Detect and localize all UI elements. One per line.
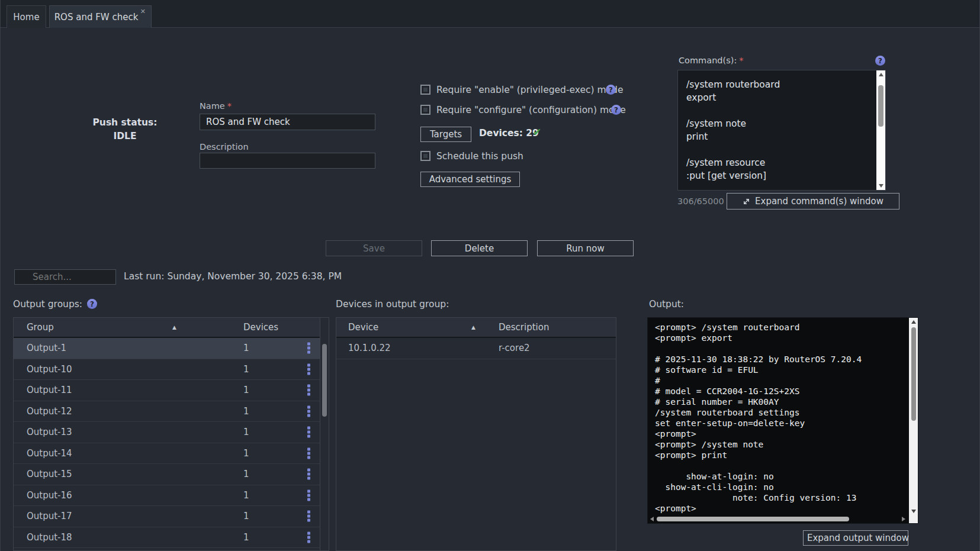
- table-row[interactable]: Output-14 1: [14, 443, 321, 465]
- device-count: 1: [243, 406, 249, 417]
- tab-label: ROS and FW check: [54, 12, 139, 22]
- device-description: r-core2: [499, 343, 530, 353]
- description-label: Description: [200, 142, 249, 152]
- commands-char-counter: 306/65000: [677, 196, 724, 206]
- device-count: 1: [243, 490, 249, 501]
- description-field[interactable]: [200, 153, 375, 169]
- group-name: Output-16: [27, 490, 72, 501]
- require-enable-label: Require "enable" (privileged-exec) mode: [436, 85, 623, 95]
- kebab-menu-icon[interactable]: [307, 405, 310, 417]
- output-label: Output:: [649, 299, 684, 310]
- device-count: 1: [243, 469, 249, 479]
- column-header-device[interactable]: Device: [348, 322, 378, 333]
- column-header-devices[interactable]: Devices: [243, 322, 278, 333]
- name-field[interactable]: [200, 114, 375, 130]
- scroll-left-icon[interactable]: [650, 517, 654, 521]
- device-count: 1: [243, 385, 249, 395]
- table-row[interactable]: Output-10 1: [14, 359, 321, 381]
- scrollbar-thumb[interactable]: [911, 327, 916, 421]
- advanced-settings-button[interactable]: Advanced settings: [420, 172, 520, 187]
- delete-button[interactable]: Delete: [431, 240, 528, 256]
- help-icon[interactable]: ?: [606, 85, 616, 95]
- devices-in-group-label: Devices in output group:: [336, 299, 449, 310]
- scroll-up-icon[interactable]: [911, 320, 916, 324]
- tab-home-label: Home: [13, 12, 39, 22]
- scrollbar-corner: [909, 514, 918, 523]
- group-name: Output-10: [27, 364, 72, 375]
- scrollbar-thumb[interactable]: [878, 85, 883, 127]
- kebab-menu-icon[interactable]: [307, 469, 310, 480]
- device-count: 1: [243, 364, 249, 375]
- commands-scrollbar[interactable]: [876, 70, 885, 190]
- required-asterisk: *: [739, 56, 743, 65]
- help-icon[interactable]: ?: [875, 56, 885, 66]
- device-count: 1: [243, 343, 249, 353]
- sort-asc-icon[interactable]: ▲: [471, 324, 475, 330]
- group-name: Output-13: [27, 427, 72, 437]
- kebab-menu-icon[interactable]: [307, 343, 310, 354]
- run-now-button[interactable]: Run now: [537, 240, 634, 256]
- commands-text[interactable]: /system routerboard export /system note …: [678, 70, 876, 190]
- group-name: Output-14: [27, 448, 72, 459]
- kebab-menu-icon[interactable]: [307, 511, 310, 522]
- column-header-description[interactable]: Description: [499, 322, 549, 333]
- group-name: Output-11: [27, 385, 72, 395]
- devices-count-label: Devices: 29: [479, 128, 539, 138]
- scrollbar-thumb[interactable]: [322, 344, 327, 417]
- table-row[interactable]: Output-18 1: [14, 527, 321, 549]
- console-text: <prompt> /system routerboard <prompt> ex…: [648, 318, 909, 514]
- search-input[interactable]: [14, 269, 116, 285]
- output-console: <prompt> /system routerboard <prompt> ex…: [647, 317, 918, 524]
- schedule-push-checkbox[interactable]: [420, 151, 430, 161]
- table-row[interactable]: Output-16 1: [14, 485, 321, 507]
- targets-button[interactable]: Targets: [420, 127, 471, 142]
- console-vertical-scrollbar[interactable]: [909, 318, 918, 515]
- kebab-menu-icon[interactable]: [307, 489, 310, 501]
- table-row[interactable]: Output-15 1: [14, 464, 321, 485]
- tab-home[interactable]: Home: [7, 5, 46, 28]
- scroll-down-icon[interactable]: [911, 510, 916, 513]
- table-row[interactable]: 10.1.0.22 r-core2: [336, 338, 616, 359]
- scroll-right-icon[interactable]: [902, 517, 905, 521]
- kebab-menu-icon[interactable]: [307, 531, 310, 543]
- table-row[interactable]: Output-1 1: [14, 338, 321, 359]
- require-enable-checkbox[interactable]: [420, 85, 430, 95]
- table-scrollbar[interactable]: [320, 318, 329, 550]
- app-window: Home ROS and FW check ✕ Push status: IDL…: [0, 0, 980, 551]
- output-groups-table: Group ▲ Devices Output-1 1 Output-10 1 O…: [13, 317, 329, 551]
- column-header-group[interactable]: Group: [27, 322, 54, 333]
- scroll-up-icon[interactable]: [879, 73, 883, 76]
- tab-ros-and-fw-check[interactable]: ROS and FW check ✕: [49, 5, 152, 28]
- device-count: 1: [243, 448, 249, 459]
- table-row[interactable]: Output-17 1: [14, 506, 321, 527]
- output-groups-label: Output groups:: [13, 299, 82, 310]
- expand-commands-button[interactable]: Expand command(s) window: [727, 193, 899, 210]
- help-icon[interactable]: ?: [611, 105, 621, 115]
- table-row[interactable]: Output-12 1: [14, 401, 321, 423]
- kebab-menu-icon[interactable]: [307, 447, 310, 459]
- commands-editor[interactable]: /system routerboard export /system note …: [677, 70, 886, 191]
- sort-asc-icon[interactable]: ▲: [172, 324, 176, 330]
- expand-output-button[interactable]: Expand output window: [803, 530, 908, 546]
- last-run-text: Last run: Sunday, November 30, 2025 6:38…: [124, 271, 342, 282]
- table-row[interactable]: Output-11 1: [14, 380, 321, 401]
- console-horizontal-scrollbar[interactable]: [648, 514, 910, 523]
- close-tab-icon[interactable]: ✕: [140, 8, 146, 15]
- save-button[interactable]: Save: [326, 240, 422, 256]
- require-configure-label: Require "configure" (configuration) mode: [436, 105, 626, 115]
- kebab-menu-icon[interactable]: [307, 363, 310, 375]
- group-name: Output-1: [27, 343, 66, 353]
- commands-label: Command(s):*: [679, 56, 744, 65]
- group-name: Output-18: [27, 532, 72, 543]
- require-configure-checkbox[interactable]: [420, 105, 430, 115]
- kebab-menu-icon[interactable]: [307, 385, 310, 396]
- table-row[interactable]: Output-13 1: [14, 422, 321, 443]
- scroll-down-icon[interactable]: [879, 184, 883, 188]
- kebab-menu-icon[interactable]: [307, 427, 310, 438]
- scrollbar-thumb[interactable]: [657, 517, 849, 521]
- group-name: Output-17: [27, 511, 72, 521]
- help-icon[interactable]: ?: [87, 299, 97, 309]
- group-name: Output-15: [27, 469, 72, 479]
- check-icon: ✔: [533, 126, 541, 138]
- name-label: Name*: [200, 101, 232, 111]
